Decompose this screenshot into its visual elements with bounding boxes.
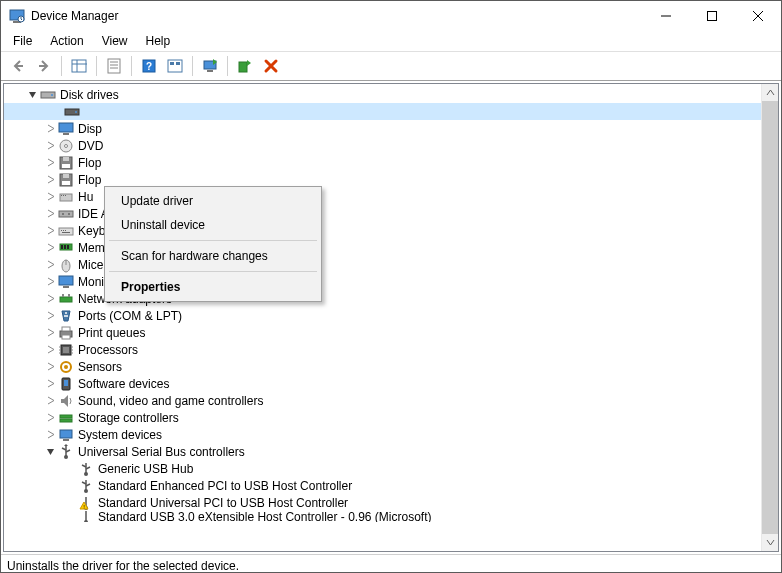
tree-item-disk-child[interactable] (4, 103, 761, 120)
back-button[interactable] (7, 55, 29, 77)
chevron-right-icon[interactable] (44, 123, 56, 135)
properties-button[interactable] (103, 55, 125, 77)
svg-rect-20 (176, 62, 180, 65)
chevron-right-icon[interactable] (44, 242, 56, 254)
chevron-right-icon[interactable] (44, 429, 56, 441)
device-tree[interactable]: Disk drives Disp DVD Flop Flop (4, 84, 761, 551)
vertical-scrollbar[interactable] (761, 84, 778, 551)
chevron-right-icon[interactable] (44, 361, 56, 373)
ctx-update-driver[interactable]: Update driver (107, 189, 319, 213)
chevron-right-icon[interactable] (44, 395, 56, 407)
forward-button[interactable] (33, 55, 55, 77)
menu-help[interactable]: Help (138, 32, 179, 50)
tree-item[interactable]: Flop (4, 154, 761, 171)
chevron-right-icon[interactable] (44, 276, 56, 288)
tree-item-usb[interactable]: Universal Serial Bus controllers (4, 443, 761, 460)
show-hide-tree-button[interactable] (68, 55, 90, 77)
chevron-right-icon[interactable] (44, 140, 56, 152)
chevron-right-icon[interactable] (44, 412, 56, 424)
svg-rect-31 (63, 133, 69, 135)
tree-label: Ports (COM & LPT) (78, 309, 182, 323)
tree-item[interactable]: Sensors (4, 358, 761, 375)
svg-rect-36 (62, 164, 70, 168)
uninstall-button[interactable] (260, 55, 282, 77)
statusbar-text: Uninstalls the driver for the selected d… (7, 559, 239, 573)
menu-view[interactable]: View (94, 32, 136, 50)
svg-rect-43 (65, 195, 66, 196)
ctx-scan-hardware[interactable]: Scan for hardware changes (107, 244, 319, 268)
context-menu: Update driver Uninstall device Scan for … (104, 186, 322, 302)
toolbar-separator (192, 56, 193, 76)
tree-item[interactable]: Standard USB 3.0 eXtensible Host Control… (4, 511, 761, 522)
svg-rect-30 (59, 123, 73, 132)
svg-rect-82 (60, 419, 72, 422)
svg-rect-9 (72, 60, 86, 72)
chevron-down-icon[interactable] (44, 446, 56, 458)
tree-item[interactable]: Print queues (4, 324, 761, 341)
mouse-icon (58, 257, 74, 273)
tree-item-disk-drives[interactable]: Disk drives (4, 86, 761, 103)
tree-item[interactable]: Sound, video and game controllers (4, 392, 761, 409)
svg-point-29 (75, 111, 77, 113)
chevron-down-icon[interactable] (26, 89, 38, 101)
svg-rect-53 (61, 245, 63, 249)
scroll-up-button[interactable] (762, 84, 778, 101)
svg-rect-80 (64, 380, 68, 386)
tree-label: DVD (78, 139, 103, 153)
svg-point-64 (64, 315, 66, 317)
tree-item[interactable]: Storage controllers (4, 409, 761, 426)
svg-point-45 (62, 213, 64, 215)
tree-item[interactable]: ! Standard Universal PCI to USB Host Con… (4, 494, 761, 511)
chevron-right-icon[interactable] (44, 310, 56, 322)
ctx-properties[interactable]: Properties (107, 275, 319, 299)
sound-icon (58, 393, 74, 409)
chevron-right-icon[interactable] (44, 157, 56, 169)
tree-item[interactable]: Processors (4, 341, 761, 358)
menu-action[interactable]: Action (42, 32, 91, 50)
software-icon (58, 376, 74, 392)
svg-rect-55 (67, 245, 69, 249)
printer-icon (58, 325, 74, 341)
tree-label: Flop (78, 173, 101, 187)
hid-icon (58, 189, 74, 205)
ctx-uninstall-device[interactable]: Uninstall device (107, 213, 319, 237)
svg-rect-38 (63, 174, 69, 178)
svg-rect-7 (15, 65, 23, 67)
chevron-right-icon[interactable] (44, 191, 56, 203)
chevron-right-icon[interactable] (44, 259, 56, 271)
tree-label: Storage controllers (78, 411, 179, 425)
action-button[interactable] (164, 55, 186, 77)
tree-item[interactable]: Ports (COM & LPT) (4, 307, 761, 324)
scroll-thumb[interactable] (762, 101, 778, 534)
chevron-right-icon[interactable] (44, 225, 56, 237)
chevron-right-icon[interactable] (44, 344, 56, 356)
usb-icon (78, 511, 94, 522)
close-button[interactable] (735, 1, 781, 31)
chevron-right-icon[interactable] (44, 293, 56, 305)
chevron-right-icon[interactable] (44, 378, 56, 390)
tree-label: Processors (78, 343, 138, 357)
chevron-right-icon[interactable] (44, 174, 56, 186)
svg-rect-4 (708, 12, 717, 21)
menu-file[interactable]: File (5, 32, 40, 50)
tree-item[interactable]: Generic USB Hub (4, 460, 761, 477)
scan-hardware-button[interactable] (199, 55, 221, 77)
svg-rect-23 (239, 62, 247, 72)
chevron-right-icon[interactable] (44, 208, 56, 220)
chevron-right-icon[interactable] (44, 327, 56, 339)
tree-label: Disp (78, 122, 102, 136)
tree-item[interactable]: Software devices (4, 375, 761, 392)
usb-icon (78, 461, 94, 477)
help-button[interactable]: ? (138, 55, 160, 77)
keyboard-icon (58, 223, 74, 239)
minimize-button[interactable] (643, 1, 689, 31)
add-hardware-button[interactable] (234, 55, 256, 77)
device-tree-pane: Disk drives Disp DVD Flop Flop (3, 83, 779, 552)
tree-item[interactable]: Standard Enhanced PCI to USB Host Contro… (4, 477, 761, 494)
scroll-down-button[interactable] (762, 534, 778, 551)
maximize-button[interactable] (689, 1, 735, 31)
tree-item[interactable]: DVD (4, 137, 761, 154)
tree-item[interactable]: System devices (4, 426, 761, 443)
svg-rect-81 (60, 415, 72, 418)
tree-item[interactable]: Disp (4, 120, 761, 137)
